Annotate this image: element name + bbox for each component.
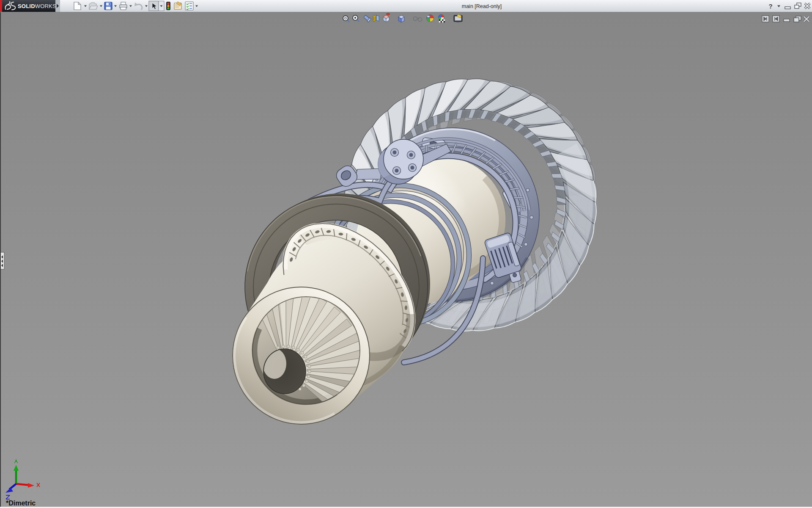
svg-text:*Dimetric: *Dimetric — [6, 500, 36, 507]
svg-text:SOLIDWORKS: SOLIDWORKS — [18, 3, 56, 9]
svg-text:main [Read-only]: main [Read-only] — [462, 3, 502, 9]
svg-text:?: ? — [768, 3, 772, 10]
